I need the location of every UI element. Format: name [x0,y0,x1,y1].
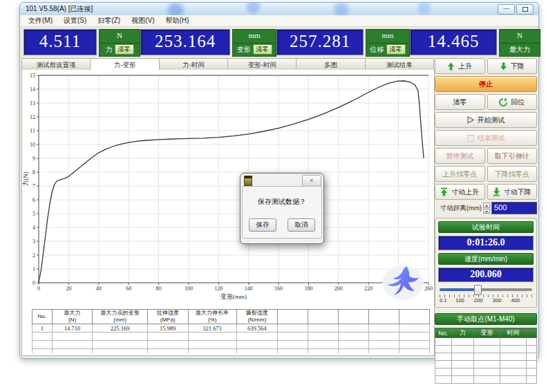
svg-text:120: 120 [214,286,223,292]
deformation-clear-button[interactable]: 清零 [253,44,272,55]
results-col-header: 撕裂强度(N/mm) [236,310,277,324]
tab-pretest-settings[interactable]: 测试前设置项 [21,58,91,71]
maxforce-label: 最大力 [509,45,530,55]
start-test-button[interactable]: 开始测试 [435,112,537,128]
manual-row-empty [435,376,537,384]
manual-points-table[interactable]: No.力变形时间 [435,328,537,384]
maxforce-unit-box: N 最大力 [499,29,540,57]
up-button-label: 上升 [458,62,472,71]
jog-up-label: 寸动上升 [451,187,479,197]
svg-text:9: 9 [32,156,35,162]
manual-row-empty [435,368,537,376]
svg-text:160: 160 [274,286,283,292]
slider-tick-400: 400 [511,297,520,304]
down-button-label: 下降 [511,62,525,71]
tab-deformation-time[interactable]: 变形-时间 [227,58,296,71]
speed-slider[interactable] [440,285,532,294]
menu-view[interactable]: 视图(V) [126,15,160,26]
svg-text:3: 3 [32,239,35,245]
window-controls: — [498,4,534,15]
svg-text:6: 6 [32,197,35,203]
crosshead-up-button[interactable]: 上升 [435,58,485,74]
jog-down-label: 寸动下降 [504,187,531,197]
tab-multi-chart[interactable]: 多图 [296,58,365,71]
displacement-clear-button[interactable]: 清零 [386,44,406,55]
slider-tick-200: 200 [474,297,483,304]
displacement-unit-box: mm 位移 清零 [366,29,410,57]
jog-distance-label: 寸动距离(mm) [440,204,482,213]
cancel-button[interactable]: 取消 [288,218,315,232]
speed-display: 200.060 [438,268,534,282]
menu-settings[interactable]: 设置(S) [58,15,92,26]
chart-panel: 0204060801001201401601802002202402600123… [21,70,435,356]
stepper-down-icon[interactable] [483,209,490,214]
dialog-close-button[interactable]: × [302,175,321,187]
maxforce-readout-group: 14.465 N 最大力 [410,29,540,57]
end-test-label: 结束测试 [478,133,505,143]
end-test-button[interactable]: 结束测试 [435,130,537,146]
manual-col-header: No. [435,328,452,338]
force-clear-button[interactable]: 清零 [115,44,134,55]
svg-text:2: 2 [32,252,35,259]
maximize-button[interactable] [516,4,534,15]
manual-row-empty [435,338,537,346]
stop-button[interactable]: 停止 [435,76,537,92]
deformation-label: 变形 [237,45,251,55]
jog-up-button[interactable]: 寸动上升 [435,184,485,200]
stepper-up-icon[interactable] [483,203,490,208]
zero-button[interactable]: 清零 [435,94,485,110]
return-button-label: 回位 [511,97,525,107]
readout-toolbar: 4.511 N 力 清零 253.164 mm 变形 清零 257.281 [20,27,538,59]
results-col-header: 拉伸强度(MPa) [147,310,188,324]
tab-test-results[interactable]: 测试结果 [365,58,434,71]
descend-find-zero-button[interactable]: 下降找零点 [487,166,538,182]
slider-tick-300: 300 [493,297,502,304]
minimize-button[interactable]: — [498,4,515,15]
tab-force-time[interactable]: 力-时间 [159,58,228,71]
window-title: 101 V5.58(A) [已连接] [20,3,538,15]
jog-distance-input[interactable]: 500 [491,202,537,214]
remove-extensometer-button[interactable]: 取下引伸计 [487,148,538,164]
jog-distance-stepper[interactable] [483,203,490,214]
dialog-app-icon [244,176,252,186]
force-unit: N [100,30,140,44]
jog-down-button[interactable]: 寸动下降 [487,184,538,200]
slider-fill [440,288,477,291]
results-row-empty [32,349,430,354]
results-row-empty [32,341,430,349]
results-col-header-empty [338,310,368,324]
svg-text:140: 140 [245,286,253,292]
svg-text:4: 4 [32,225,35,231]
deformation-unit-box: mm 变形 清零 [232,29,276,57]
slider-thumb[interactable] [474,285,482,295]
results-table[interactable]: No.最大力(N)最大力点的变形(mm)拉伸强度(MPa)最大力伸长率(%)撕裂… [32,309,430,353]
results-row[interactable]: 114.710225.16915.989321.671639.564 [32,324,430,333]
manual-col-header [527,328,537,338]
manual-row-empty [435,346,537,353]
menu-file[interactable]: 文件(M) [23,15,58,26]
save-button[interactable]: 保存 [249,218,276,232]
force-unit-box: N 力 清零 [99,29,140,57]
tab-force-deformation[interactable]: 力-变形 [90,58,159,71]
menu-zero[interactable]: 归零(Z) [92,15,126,26]
displacement-unit: mm [366,30,409,44]
menu-help[interactable]: 帮助(H) [160,15,194,26]
force-value-display: 4.511 [23,29,97,55]
results-col-header-empty [368,310,399,324]
crosshead-down-button[interactable]: 下降 [487,58,538,74]
save-dialog-titlebar: × [242,175,322,186]
results-row-empty [32,333,430,341]
svg-text:12: 12 [30,114,35,120]
svg-text:0: 0 [32,280,35,286]
pause-test-button[interactable]: 暂停测试 [435,148,485,164]
maximize-icon [523,7,528,12]
results-col-header: 最大力(N) [52,310,93,324]
slider-tick-0: 0.1 [440,297,446,304]
manual-col-header: 力 [451,328,473,338]
tabstrip: 测试前设置项 力-变形 力-时间 变形-时间 多图 测试结果 [21,58,433,71]
save-dialog: × 保存测试数据？ 保存 取消 [240,173,324,244]
rise-find-zero-button[interactable]: 上升找零点 [435,166,485,182]
curve-力-变形 [39,81,424,283]
svg-text:80: 80 [156,286,162,292]
return-button[interactable]: 回位 [487,94,538,110]
